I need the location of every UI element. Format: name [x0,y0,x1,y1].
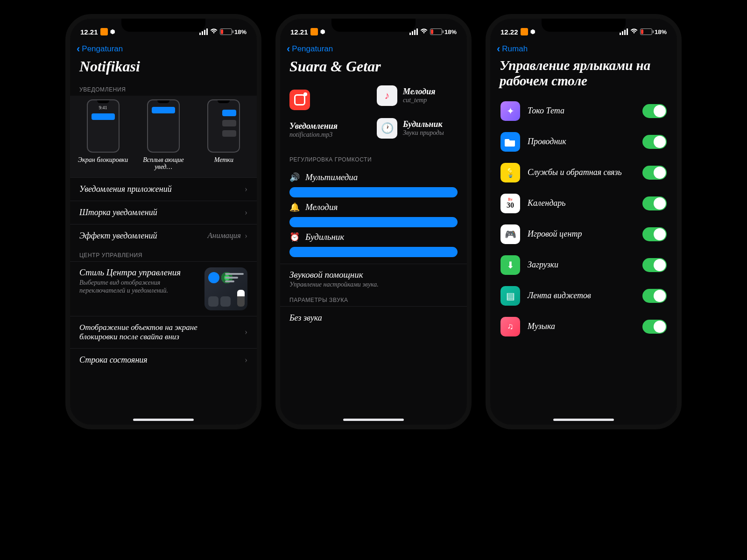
battery-icon [430,28,442,35]
toggle-theme-store[interactable] [642,104,667,118]
app-row-calendar: Вт 30 Календарь [490,188,677,219]
battery-percent: 18% [655,28,667,35]
app-row-files: Проводник [490,126,677,157]
phone-suara-getar: 12.21 ⬢ 18% ‹ Pengaturan Suara & Getar [275,14,472,429]
wifi-icon [630,28,638,35]
tile-lockscreen[interactable]: 9:41 Экран блокировки [78,99,129,171]
tile-popup[interactable]: Всплыв ающие увед… [138,99,189,171]
row-status-bar[interactable]: Строка состояния › [70,348,257,371]
home-indicator[interactable] [553,419,614,421]
row-silent[interactable]: Без звука [280,306,467,325]
row-swipe-down-objects[interactable]: Отображение объектов на экране блокировк… [70,316,257,349]
app-row-feedback: 💡 Службы и обратная связь [490,157,677,188]
wifi-icon [210,28,218,35]
tile-badges[interactable]: Метки [198,99,249,171]
slider-label-media: 🔊 Мультимедиа [289,172,458,182]
page-title: Notifikasi [70,54,257,82]
bell-icon: 🔔 [289,202,300,212]
control-center-thumbnail [204,267,247,310]
widgets-icon: ▤ [500,286,520,306]
section-notifications: УВЕДОМЛЕНИЯ [70,82,257,96]
calendar-icon: Вт 30 [500,194,520,213]
section-sound-params: ПАРАМЕТРЫ ЗВУКА [280,294,467,306]
card-ringtone[interactable]: ♪ Мелодия cut_temp [377,85,458,106]
status-app-icon [521,28,528,35]
status-shield-icon: ⬢ [320,28,325,35]
toggle-game-center[interactable] [642,227,667,241]
back-button[interactable]: ‹ Pengaturan [280,42,467,54]
music-icon: ♫ [500,317,520,336]
app-row-downloads: ⬇ Загрузки [490,250,677,280]
row-app-notifications[interactable]: Уведомления приложений › [70,177,257,201]
toggle-files[interactable] [642,135,667,149]
chevron-right-icon: › [245,208,247,217]
notification-icon [289,90,310,110]
back-button[interactable]: ‹ Pengaturan [70,42,257,54]
phone-notifikasi: 12.21 ⬢ 18% ‹ Pengaturan Notifikasi [65,14,261,429]
toggle-downloads[interactable] [642,258,667,272]
status-time: 12.22 [500,28,518,36]
page-title: Управление ярлыками на рабочем столе [490,54,677,96]
chevron-left-icon: ‹ [287,44,290,54]
section-control-center: ЦЕНТР УПРАВЛЕНИЯ [70,247,257,261]
notch [542,19,626,32]
row-sound-assistant[interactable]: Звуковой помощник Управление настройками… [280,264,467,294]
notch [121,19,205,32]
chevron-right-icon: › [245,327,247,337]
slider-ringtone[interactable] [289,217,458,227]
chevron-right-icon: › [245,184,247,194]
notch [331,19,416,32]
theme-store-icon: ✦ [500,101,520,121]
alarm-icon: ⏰ [289,232,300,242]
back-label: Rumah [502,44,528,54]
back-label: Pengaturan [292,44,333,54]
phone-home-shortcuts: 12.22 ⬢ 18% ‹ Rumah Управление ярлыками … [486,14,682,429]
speaker-icon: 🔊 [289,172,300,182]
bulb-icon: 💡 [500,163,520,182]
battery-percent: 18% [444,28,457,35]
back-label: Pengaturan [82,44,123,54]
page-title: Suara & Getar [280,54,467,82]
download-icon: ⬇ [500,255,520,275]
gamepad-icon: 🎮 [500,224,520,244]
row-control-center-style[interactable]: Стиль Центра управления Выберите вид ото… [70,261,257,316]
toggle-music[interactable] [642,320,667,334]
app-row-widgets: ▤ Лента виджетов [490,280,677,311]
home-indicator[interactable] [343,419,404,421]
status-time: 12.21 [80,28,98,36]
battery-percent: 18% [234,28,247,35]
home-indicator[interactable] [133,419,194,421]
chevron-right-icon: › [245,231,247,241]
app-row-theme-store: ✦ Токо Тета [490,96,677,126]
chevron-right-icon: › [245,355,247,365]
row-notification-effect[interactable]: Эффект уведомлений Анимация › [70,224,257,247]
toggle-feedback[interactable] [642,166,667,180]
status-app-icon [310,28,318,35]
chevron-left-icon: ‹ [497,44,500,54]
wifi-icon [420,28,428,35]
music-note-icon: ♪ [377,85,397,106]
slider-label-alarm: ⏰ Будильник [289,232,458,242]
row-notification-shade[interactable]: Шторка уведомлений › [70,201,257,224]
card-notification-sound[interactable]: Уведомления notification.mp3 [289,85,370,143]
slider-alarm[interactable] [289,247,458,257]
slider-label-ringtone: 🔔 Мелодия [289,202,458,212]
notification-style-tiles: 9:41 Экран блокировки Всплыв ающие увед…… [70,96,257,177]
status-shield-icon: ⬢ [530,28,535,35]
app-row-music: ♫ Музыка [490,311,677,342]
toggle-widgets[interactable] [642,289,667,303]
chevron-left-icon: ‹ [77,44,80,54]
section-volume: РЕГУЛИРОВКА ГРОМКОСТИ [280,152,467,166]
status-app-icon [100,28,108,35]
toggle-calendar[interactable] [642,196,667,210]
battery-icon [640,28,652,35]
status-time: 12.21 [290,28,308,36]
back-button[interactable]: ‹ Rumah [490,42,677,54]
app-row-game-center: 🎮 Игровой центр [490,219,677,250]
battery-icon [220,28,232,35]
slider-media[interactable] [289,187,458,197]
clock-icon: 🕐 [377,118,397,139]
effect-value: Анимация [207,231,241,240]
card-alarm[interactable]: 🕐 Будильник Звуки природы [377,118,458,139]
files-icon [500,132,520,152]
